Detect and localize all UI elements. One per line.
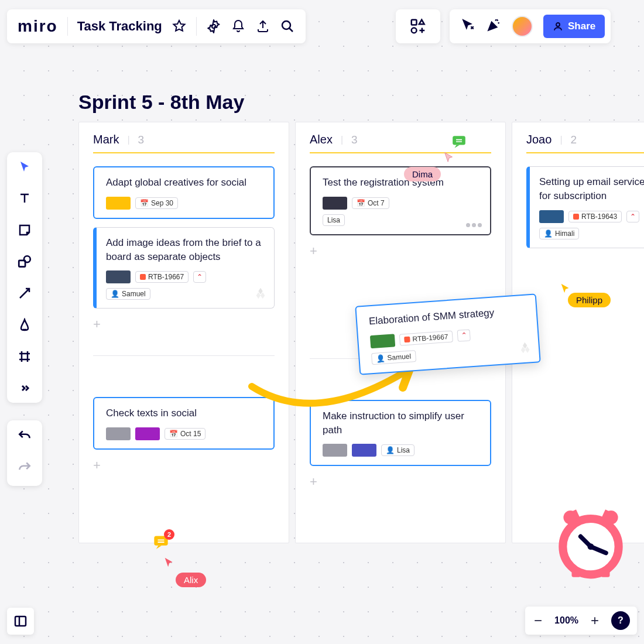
label-swatch-blue [539, 210, 564, 223]
select-cursor-icon[interactable] [16, 158, 33, 176]
redo-icon[interactable] [17, 460, 32, 478]
pen-draw-icon[interactable] [16, 316, 33, 334]
user-avatar[interactable] [512, 16, 533, 37]
column-name[interactable]: Mark [93, 133, 119, 146]
assignee-chip: 👤Samuel [106, 288, 150, 300]
card-meta-row: 📅 Sep 30 [106, 197, 264, 210]
text-icon[interactable] [16, 190, 33, 207]
card-title: Make instruction to simplify user path [323, 409, 481, 437]
task-card[interactable]: Make instruction to simplify user path 👤… [310, 400, 491, 467]
add-card-button[interactable]: + [93, 317, 275, 332]
timer-clock-icon[interactable] [553, 503, 629, 582]
cluster-icon [466, 223, 482, 227]
assignee-chip: 👤Samuel [371, 350, 416, 365]
add-card-button[interactable]: + [310, 474, 491, 489]
task-card[interactable]: Add image ideas from the brief to a boar… [93, 227, 275, 309]
help-button[interactable]: ? [611, 611, 630, 630]
zoom-out-button[interactable]: − [532, 612, 544, 629]
column-count: 3 [351, 133, 358, 146]
card-title: Elaboration of SMM strategy [368, 304, 527, 329]
undo-icon[interactable] [17, 429, 32, 446]
card-title: Add image ideas from the brief to a boar… [106, 236, 265, 264]
remote-cursor-label: Philipp [568, 293, 611, 307]
minimap-toggle-button[interactable] [7, 608, 34, 635]
card-assignee-row: Lisa [323, 214, 481, 226]
export-upload-icon[interactable] [255, 19, 270, 34]
label-swatch-indigo [352, 444, 376, 457]
jira-chip: RTB-19643 [568, 211, 622, 222]
priority-high-icon: ⌃ [626, 211, 639, 222]
divider: | [127, 135, 129, 145]
zoom-level[interactable]: 100% [554, 615, 578, 626]
column-name[interactable]: Joao [526, 133, 551, 146]
task-card[interactable]: Test the registration system 📅 Oct 7 Lis… [310, 166, 491, 235]
column-underline [93, 152, 275, 153]
add-card-button[interactable]: + [93, 458, 275, 473]
star-icon[interactable] [172, 19, 187, 34]
remote-cursor-icon [443, 151, 455, 164]
column-mark[interactable]: Mark | 3 Adapt global creatives for soci… [78, 122, 289, 543]
comment-indicator-green[interactable] [451, 134, 467, 152]
divider: | [560, 135, 562, 145]
topbar-left: miro Task Tracking [7, 9, 306, 43]
column-header: Mark | 3 [93, 133, 275, 146]
card-meta-row: RTB-19643 ⌃ [539, 210, 644, 223]
label-swatch-navy [106, 270, 131, 283]
settings-gear-icon[interactable] [206, 19, 221, 34]
side-toolbar [7, 152, 42, 403]
label-swatch-green [370, 334, 395, 348]
task-card[interactable]: Adapt global creatives for social 📅 Sep … [93, 166, 275, 219]
card-meta-row: 👤Lisa [323, 444, 481, 457]
column-name[interactable]: Alex [310, 133, 333, 146]
board-name[interactable]: Task Tracking [77, 19, 162, 34]
section-divider [93, 355, 275, 356]
comment-indicator-yellow[interactable]: 2 [152, 534, 170, 553]
zoom-in-button[interactable]: + [589, 612, 601, 629]
svg-point-4 [556, 23, 560, 26]
notifications-bell-icon[interactable] [231, 19, 246, 34]
sprint-title[interactable]: Sprint 5 - 8th May [78, 91, 244, 114]
task-card[interactable]: Setting up email services for subscripti… [526, 166, 644, 248]
jira-cloud-icon [518, 341, 532, 357]
share-label: Share [568, 20, 595, 32]
label-swatch-purple [135, 427, 160, 440]
svg-rect-15 [572, 571, 581, 577]
due-date-chip: 📅 Oct 7 [352, 197, 389, 209]
label-swatch-gray [323, 444, 347, 457]
comment-count-badge: 2 [164, 529, 174, 540]
search-icon[interactable] [280, 19, 295, 34]
card-meta-row: RTB-19667 ⌃ [106, 270, 265, 283]
arrow-line-icon[interactable] [16, 285, 33, 302]
card-title: Test the registration system [323, 176, 481, 190]
dragging-card[interactable]: Elaboration of SMM strategy RTB-19667 ⌃ … [355, 293, 540, 375]
app-logo[interactable]: miro [18, 17, 58, 36]
task-card[interactable]: Check texts in social 📅 Oct 15 [93, 397, 275, 450]
svg-rect-17 [15, 616, 26, 626]
add-card-button[interactable]: + [310, 244, 491, 259]
frame-icon[interactable] [16, 348, 33, 365]
divider [67, 17, 68, 36]
column-underline [526, 152, 644, 153]
priority-high-icon: ⌃ [193, 271, 206, 283]
sticky-note-icon[interactable] [16, 221, 33, 239]
due-date-chip: 📅 Oct 15 [165, 428, 205, 440]
cursor-present-icon[interactable] [460, 18, 475, 35]
card-meta-row: 📅 Oct 7 [323, 197, 481, 210]
remote-cursor-icon [559, 282, 572, 295]
card-title: Setting up email services for subscripti… [539, 175, 644, 203]
card-title: Adapt global creatives for social [106, 176, 264, 190]
card-assignee-row: 👤Himali [539, 228, 644, 239]
svg-point-6 [24, 256, 30, 262]
column-underline [310, 152, 491, 153]
svg-point-1 [282, 21, 290, 29]
more-tools-icon[interactable] [16, 379, 33, 397]
card-title: Check texts in social [106, 406, 264, 420]
label-swatch-dark [323, 197, 347, 210]
shapes-icon[interactable] [16, 253, 33, 270]
reactions-confetti-icon[interactable] [486, 18, 501, 35]
share-button[interactable]: Share [543, 15, 605, 38]
column-count: 2 [571, 133, 577, 146]
column-header: Joao | 2 [526, 133, 644, 146]
apps-button[interactable] [396, 9, 440, 43]
card-assignee-row: 👤Samuel [106, 288, 265, 300]
